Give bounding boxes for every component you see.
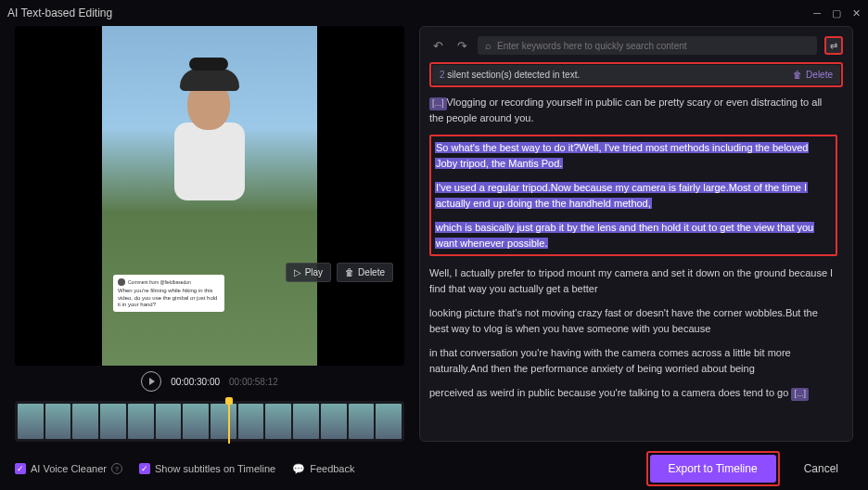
transcript-paragraph[interactable]: looking picture that's not moving crazy … bbox=[429, 305, 837, 336]
time-current: 00:00:30:00 bbox=[171, 377, 220, 387]
transcript-paragraph[interactable]: in that conversation you're having with … bbox=[429, 345, 837, 376]
trash-icon: 🗑 bbox=[345, 267, 354, 277]
checkbox-icon: ✓ bbox=[139, 463, 150, 474]
comment-author: Comment from @fieldbasedon bbox=[128, 279, 191, 285]
feedback-icon: 💬 bbox=[292, 463, 305, 475]
footer-left: ✓AI Voice Cleaner? ✓Show subtitles on Ti… bbox=[15, 463, 354, 475]
redo-icon[interactable]: ↷ bbox=[453, 37, 470, 54]
cancel-button[interactable]: Cancel bbox=[789, 455, 853, 483]
transcript-paragraph[interactable]: I've used a regular tripod.Now because m… bbox=[435, 180, 832, 211]
close-icon[interactable]: ✕ bbox=[852, 7, 861, 19]
minimize-icon[interactable]: ─ bbox=[813, 7, 821, 19]
playhead[interactable] bbox=[225, 397, 233, 405]
banner-delete-button[interactable]: 🗑Delete bbox=[793, 70, 833, 80]
filter-button[interactable]: ⇄ bbox=[824, 36, 843, 55]
silent-banner-text: 2 silent section(s) detected in text. bbox=[440, 70, 580, 80]
trash-icon: 🗑 bbox=[793, 70, 802, 80]
silent-banner: 2 silent section(s) detected in text. 🗑D… bbox=[429, 62, 843, 87]
timeline-thumbnails[interactable] bbox=[15, 401, 404, 442]
subtitles-toggle[interactable]: ✓Show subtitles on Timeline bbox=[139, 463, 275, 474]
transcript-paragraph[interactable]: Well, I actually prefer to tripod mount … bbox=[429, 265, 837, 296]
export-button[interactable]: Export to Timeline bbox=[650, 455, 776, 483]
video-preview[interactable]: Comment from @fieldbasedon When you're f… bbox=[15, 26, 404, 366]
voice-cleaner-toggle[interactable]: ✓AI Voice Cleaner? bbox=[15, 463, 122, 474]
comment-text: When you're filming while hiking in this… bbox=[118, 288, 217, 306]
search-icon: ⌕ bbox=[485, 40, 491, 51]
main-content: Comment from @fieldbasedon When you're f… bbox=[0, 26, 868, 442]
delete-button[interactable]: 🗑Delete bbox=[337, 263, 393, 282]
feedback-button[interactable]: 💬Feedback bbox=[292, 463, 354, 475]
transcript-paragraph[interactable]: So what's the best way to do it?Well, I'… bbox=[435, 140, 832, 171]
silence-marker[interactable]: [...] bbox=[429, 97, 447, 110]
transcript-paragraph[interactable]: [...]Vlogging or recording yourself in p… bbox=[429, 95, 837, 125]
comment-overlay: Comment from @fieldbasedon When you're f… bbox=[113, 275, 224, 312]
left-panel: Comment from @fieldbasedon When you're f… bbox=[15, 26, 404, 442]
export-highlight: Export to Timeline bbox=[646, 451, 780, 486]
undo-icon[interactable]: ↶ bbox=[429, 37, 446, 54]
window-controls: ─ ▢ ✕ bbox=[813, 7, 861, 19]
checkbox-icon: ✓ bbox=[15, 463, 26, 474]
play-icon: ▷ bbox=[294, 267, 301, 277]
preview-actions: ▷Play 🗑Delete bbox=[286, 263, 393, 282]
highlighted-group: So what's the best way to do it?Well, I'… bbox=[429, 135, 837, 256]
play-circle-button[interactable] bbox=[141, 371, 161, 392]
transcript[interactable]: [...]Vlogging or recording yourself in p… bbox=[429, 95, 843, 432]
video-frame: Comment from @fieldbasedon When you're f… bbox=[102, 26, 317, 366]
maximize-icon[interactable]: ▢ bbox=[832, 7, 841, 19]
footer-right: Export to Timeline Cancel bbox=[646, 451, 853, 486]
play-button[interactable]: ▷Play bbox=[286, 263, 331, 282]
titlebar: AI Text-based Editing ─ ▢ ✕ bbox=[0, 0, 868, 26]
right-panel: ↶ ↷ ⌕ ⇄ 2 silent section(s) detected in … bbox=[419, 26, 853, 442]
transcript-paragraph[interactable]: perceived as weird in public because you… bbox=[429, 385, 837, 401]
search-input[interactable] bbox=[497, 41, 810, 51]
time-total: 00:00:58:12 bbox=[229, 377, 278, 387]
search-container: ⌕ bbox=[478, 36, 817, 55]
footer: ✓AI Voice Cleaner? ✓Show subtitles on Ti… bbox=[0, 442, 868, 490]
silence-marker[interactable]: [...] bbox=[791, 388, 809, 401]
right-toolbar: ↶ ↷ ⌕ ⇄ bbox=[429, 36, 843, 55]
help-icon[interactable]: ? bbox=[111, 463, 122, 474]
transport-bar: 00:00:30:00 00:00:58:12 bbox=[15, 366, 404, 397]
window-title: AI Text-based Editing bbox=[7, 6, 112, 19]
transcript-paragraph[interactable]: which is basically just grab it by the l… bbox=[435, 220, 832, 251]
